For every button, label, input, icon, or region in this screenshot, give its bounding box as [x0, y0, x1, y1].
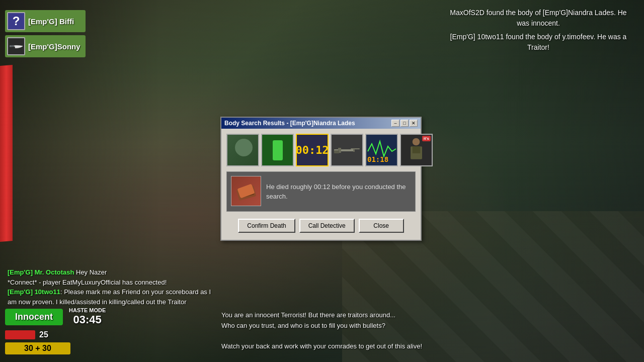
- player-icon-knife: 🔪: [7, 37, 25, 55]
- evidence-thumb-character[interactable]: it's: [400, 134, 433, 166]
- modal-title: Body Search Results - [Emp'G]Niandra Lad…: [224, 120, 355, 127]
- svg-point-10: [245, 189, 250, 194]
- haste-mode: HASTE MODE 03:45: [69, 307, 106, 326]
- thumb-innocent-inner: [262, 135, 293, 165]
- notification-text: [Emp'G] 10two11 found the body of y.timo…: [443, 32, 634, 53]
- restore-button[interactable]: □: [400, 120, 409, 127]
- info-description: He died roughly 00:12 before you conduct…: [266, 176, 411, 207]
- red-streak-decoration: [0, 65, 13, 242]
- health-row: 25: [5, 330, 106, 339]
- thumb-char-inner: it's: [401, 135, 432, 165]
- ammo-row: 30 + 30: [5, 342, 106, 354]
- player-icon-question: ?: [7, 12, 25, 30]
- svg-rect-3: [334, 150, 339, 153]
- close-window-button[interactable]: ✕: [410, 120, 418, 127]
- role-badge: Innocent: [5, 309, 63, 325]
- svg-rect-7: [413, 146, 421, 153]
- info-item-icon: [232, 177, 260, 205]
- health-value: 25: [39, 330, 48, 339]
- rifle-icon: [333, 144, 361, 156]
- its-tag: it's: [422, 136, 431, 141]
- timer-display: 00:12: [296, 144, 329, 156]
- player-name: [Emp'G] Biffi: [28, 17, 74, 26]
- ammo-display: 30 + 30: [5, 342, 70, 354]
- evidence-thumb-rifle[interactable]: [331, 134, 363, 166]
- svg-rect-4: [353, 149, 355, 152]
- thumb-rifle-inner: [332, 135, 362, 165]
- bottom-instructions: You are an innocent Terrorist! But there…: [221, 310, 634, 352]
- notification-text: MaxOfS2D found the body of [Emp'G]Niandr…: [443, 8, 634, 29]
- chat-message: Hey Nazer: [74, 268, 107, 276]
- modal-body: 00:12: [221, 129, 421, 240]
- body-search-modal: Body Search Results - [Emp'G]Niandra Lad…: [220, 117, 422, 241]
- health-bar: [5, 330, 35, 339]
- instruction-line1: You are an innocent Terrorist! But there…: [221, 310, 634, 321]
- modal-buttons: Confirm Death Call Detective Close: [226, 217, 416, 235]
- chat-player-name: [Emp'G] 10two11: [8, 288, 60, 296]
- thumb-timer-inner: 00:12: [297, 135, 328, 165]
- thumb-portrait-inner: [227, 135, 258, 165]
- haste-timer: 03:45: [73, 313, 102, 326]
- knife-icon: 🔪: [8, 38, 24, 54]
- close-modal-button[interactable]: Close: [359, 219, 404, 233]
- chat-area: [Emp'G] Mr. Octotash Hey Nazer *Connect*…: [8, 267, 219, 307]
- svg-point-5: [413, 138, 420, 146]
- instruction-line4: Watch your back and work with your comra…: [221, 341, 634, 352]
- chat-player-name: [Emp'G] Mr. Octotash: [8, 268, 74, 276]
- chat-line: [Emp'G] Mr. Octotash Hey Nazer: [8, 267, 219, 278]
- list-item[interactable]: ? [Emp'G] Biffi: [5, 10, 86, 32]
- info-thumbnail: [231, 176, 261, 206]
- instruction-line3: [221, 331, 634, 341]
- list-item[interactable]: 🔪 [Emp'G]Sonny: [5, 35, 86, 57]
- minimize-button[interactable]: –: [391, 120, 399, 127]
- svg-rect-1: [351, 148, 360, 149]
- haste-label: HASTE MODE: [69, 307, 106, 313]
- confirm-death-button[interactable]: Confirm Death: [238, 219, 295, 233]
- info-panel: He died roughly 00:12 before you conduct…: [226, 171, 416, 212]
- player-list: ? [Emp'G] Biffi 🔪 [Emp'G]Sonny: [5, 10, 86, 57]
- innocent-bar: [273, 140, 283, 160]
- modal-titlebar: Body Search Results - [Emp'G]Niandra Lad…: [221, 118, 421, 129]
- call-detective-button[interactable]: Call Detective: [299, 219, 355, 233]
- chat-line: [Emp'G] 10two11: Please mark me as Frien…: [8, 287, 219, 307]
- chat-line: *Connect* - player EatMyLuxuryOfficial h…: [8, 278, 219, 288]
- player-name: [Emp'G]Sonny: [28, 42, 80, 51]
- hud: Innocent HASTE MODE 03:45 25 30 + 30: [5, 307, 106, 354]
- evidence-row: 00:12: [226, 134, 416, 166]
- chat-system-message: *Connect* - player EatMyLuxuryOfficial h…: [8, 279, 167, 286]
- titlebar-buttons: – □ ✕: [391, 120, 418, 127]
- evidence-thumb-portrait[interactable]: [226, 134, 259, 166]
- thumb-wave-inner: 01:18: [366, 135, 397, 165]
- notification-area: MaxOfS2D found the body of [Emp'G]Niandr…: [443, 8, 634, 56]
- wave-timer: 01:18: [367, 155, 388, 163]
- svg-rect-8: [236, 185, 256, 200]
- evidence-thumb-innocent[interactable]: [261, 134, 294, 166]
- instruction-line2: Who can you trust, and who is out to fil…: [221, 321, 634, 331]
- evidence-thumb-wave[interactable]: 01:18: [365, 134, 398, 166]
- evidence-thumb-timer[interactable]: 00:12: [296, 134, 329, 166]
